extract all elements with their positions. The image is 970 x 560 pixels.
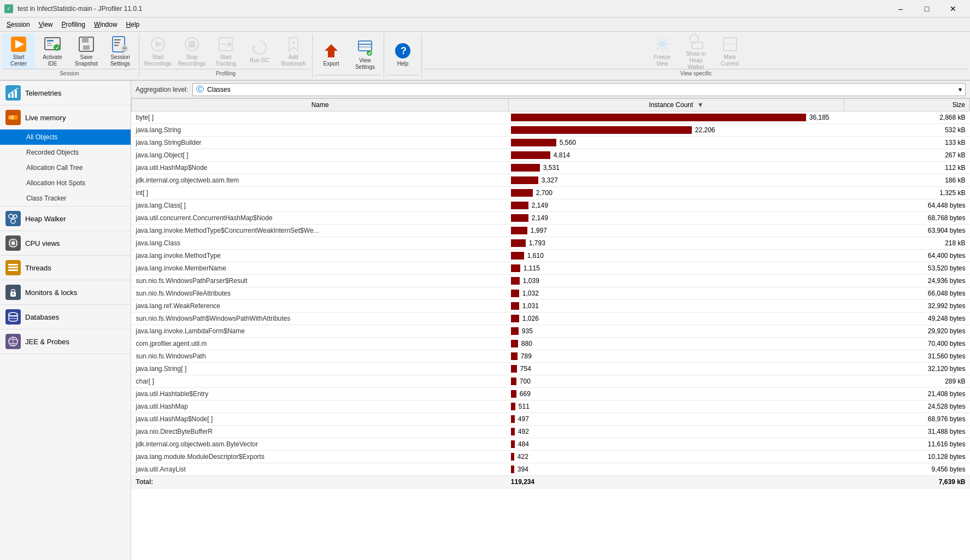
table-row[interactable]: java.lang.StringBuilder 5,560 133 kB xyxy=(132,137,970,149)
start-tracking-button[interactable]: StartTracking xyxy=(209,34,242,69)
table-row[interactable]: com.jprofiler.agent.util.m 880 70,400 by… xyxy=(132,338,970,350)
help-button[interactable]: ? Help xyxy=(386,37,419,72)
session-settings-button[interactable]: SessionSettings xyxy=(104,34,137,69)
menu-session[interactable]: Session xyxy=(2,20,34,30)
table-row[interactable]: java.lang.invoke.MethodType$ConcurrentWe… xyxy=(132,225,970,237)
sidebar-item-monitors-locks[interactable]: Monitors & locks xyxy=(0,280,131,304)
table-row[interactable]: sun.nio.fs.WindowsPath$WindowsPathWithAt… xyxy=(132,313,970,325)
add-bookmark-button[interactable]: AddBookmark xyxy=(277,34,310,69)
table-row[interactable]: java.lang.ref.WeakReference 1,031 32,992… xyxy=(132,300,970,313)
table-row[interactable]: char[ ] 700 289 kB xyxy=(132,375,970,388)
sidebar-item-live-memory[interactable]: Live memory xyxy=(0,105,131,129)
sidebar-subitem-allocation-hot-spots[interactable]: Allocation Hot Spots xyxy=(0,175,131,191)
table-row[interactable]: byte[ ] 36,185 2,868 kB xyxy=(132,111,970,124)
table-row[interactable]: java.util.HashMap$Node[ ] 497 68,976 byt… xyxy=(132,413,970,426)
maximize-button[interactable]: □ xyxy=(914,0,939,17)
sidebar-item-cpu-views[interactable]: CPU views xyxy=(0,231,131,255)
menu-profiling[interactable]: Profiling xyxy=(57,20,90,30)
stop-recordings-button[interactable]: StopRecordings xyxy=(175,34,208,69)
menu-window[interactable]: Window xyxy=(90,20,122,30)
sidebar-item-heap-walker[interactable]: Heap Walker xyxy=(0,207,131,231)
table-row[interactable]: java.lang.String[ ] 754 32,120 bytes xyxy=(132,363,970,375)
count-value: 1,115 xyxy=(524,264,540,272)
table-row[interactable]: java.lang.invoke.MethodType 1,610 64,400… xyxy=(132,250,970,262)
save-snapshot-button[interactable]: SaveSnapshot xyxy=(70,34,103,69)
table-row[interactable]: int[ ] 2,700 1,325 kB xyxy=(132,187,970,199)
table-row[interactable]: java.util.HashMap$Node 3,531 112 kB xyxy=(132,162,970,174)
table-row[interactable]: sun.nio.fs.WindowsFileAttributes 1,032 6… xyxy=(132,287,970,300)
table-row[interactable]: jdk.internal.org.objectweb.asm.Item 3,32… xyxy=(132,174,970,187)
sidebar-subitem-all-objects[interactable]: All Objects xyxy=(0,129,131,145)
menu-view[interactable]: View xyxy=(34,20,57,30)
table-row[interactable]: java.util.HashMap 511 24,528 bytes xyxy=(132,400,970,413)
toolbar: StartCenter ✓ ActivateIDE xyxy=(0,32,970,81)
table-row[interactable]: java.util.ArrayList 394 9,456 bytes xyxy=(132,463,970,476)
name-column-header[interactable]: Name xyxy=(132,99,509,111)
count-value: 2,700 xyxy=(536,189,552,197)
aggregation-select[interactable]: Ⓒ Classes ▾ xyxy=(192,83,966,96)
table-row[interactable]: java.lang.invoke.MemberName 1,115 53,520… xyxy=(132,262,970,275)
count-value: 2,149 xyxy=(532,214,548,222)
table-row[interactable]: java.util.Hashtable$Entry 669 21,408 byt… xyxy=(132,388,970,400)
show-heap-walker-button[interactable]: Show InHeap Walker xyxy=(680,34,713,69)
sidebar-item-threads[interactable]: Threads xyxy=(0,256,131,280)
mark-current-label: MarkCurrent xyxy=(721,54,739,67)
table-row[interactable]: java.nio.DirectByteBufferR 492 31,488 by… xyxy=(132,426,970,438)
table-row[interactable]: java.util.concurrent.ConcurrentHashMap$N… xyxy=(132,212,970,225)
row-name: java.util.HashMap xyxy=(132,400,509,413)
monitors-icon xyxy=(5,285,21,300)
session-settings-label: SessionSettings xyxy=(110,54,130,67)
table-row[interactable]: jdk.internal.org.objectweb.asm.ByteVecto… xyxy=(132,438,970,451)
aggregation-arrow-icon: ▾ xyxy=(959,86,962,93)
mark-current-button[interactable]: MarkCurrent xyxy=(714,34,746,69)
sidebar-item-telemetries[interactable]: Telemetries xyxy=(0,81,131,105)
table-row[interactable]: java.lang.Class[ ] 2,149 64,448 bytes xyxy=(132,199,970,212)
start-center-button[interactable]: StartCenter xyxy=(2,34,35,69)
sidebar-subitem-recorded-objects[interactable]: Recorded Objects xyxy=(0,145,131,160)
activate-ide-icon: ✓ xyxy=(44,36,61,53)
count-bar xyxy=(511,164,540,172)
objects-table: Name Instance Count ▼ Size byte[ ] 36,18… xyxy=(131,98,970,488)
sidebar-item-databases[interactable]: Databases xyxy=(0,305,131,329)
svg-marker-22 xyxy=(228,41,232,48)
threads-icon xyxy=(5,260,21,275)
table-row[interactable]: java.lang.module.ModuleDescriptor$Export… xyxy=(132,451,970,463)
close-button[interactable]: ✕ xyxy=(940,0,966,17)
row-count: 935 xyxy=(509,325,844,338)
count-value: 22,206 xyxy=(695,126,715,134)
freeze-view-button[interactable]: FreezeView xyxy=(646,34,679,69)
sidebar-subitem-class-tracker[interactable]: Class Tracker xyxy=(0,191,131,206)
count-bar xyxy=(511,327,519,335)
table-row[interactable]: sun.nio.fs.WindowsPath 789 31,560 bytes xyxy=(132,350,970,363)
live-memory-icon xyxy=(5,110,21,125)
row-size: 24,936 bytes xyxy=(844,275,969,287)
table-row[interactable]: java.lang.Class 1,793 218 kB xyxy=(132,237,970,250)
row-count: 394 xyxy=(509,463,844,476)
count-value: 700 xyxy=(520,378,531,385)
size-column-header[interactable]: Size xyxy=(844,99,969,111)
aggregation-label: Aggregation level: xyxy=(136,86,188,93)
svg-rect-12 xyxy=(114,39,121,40)
instance-count-column-header[interactable]: Instance Count ▼ xyxy=(509,99,844,111)
view-settings-button[interactable]: ViewSettings xyxy=(349,37,381,72)
sidebar-section-threads: Threads xyxy=(0,256,131,280)
sidebar-section-cpu-views: CPU views xyxy=(0,231,131,256)
row-name: java.util.HashMap$Node xyxy=(132,162,509,174)
start-recordings-button[interactable]: StartRecordings xyxy=(142,34,174,69)
table-row[interactable]: java.lang.Object[ ] 4,814 267 kB xyxy=(132,149,970,162)
table-row[interactable]: java.lang.String 22,206 532 kB xyxy=(132,124,970,137)
minimize-button[interactable]: – xyxy=(888,0,913,17)
export-button[interactable]: Export xyxy=(315,37,348,72)
run-gc-button[interactable]: Run GC xyxy=(243,34,276,69)
menu-help[interactable]: Help xyxy=(122,20,144,30)
sidebar-item-jee-probes[interactable]: JEE & Probes xyxy=(0,329,131,353)
table-row[interactable]: sun.nio.fs.WindowsPathParser$Result 1,03… xyxy=(132,275,970,287)
table-row[interactable]: java.lang.invoke.LambdaForm$Name 935 29,… xyxy=(132,325,970,338)
row-count: 754 xyxy=(509,363,844,375)
export-label: Export xyxy=(324,61,339,67)
sidebar-subitem-allocation-call-tree[interactable]: Allocation Call Tree xyxy=(0,160,131,175)
activate-ide-button[interactable]: ✓ ActivateIDE xyxy=(36,34,69,69)
count-bar xyxy=(511,415,515,423)
main-layout: Telemetries Live memory All Objects Reco… xyxy=(0,81,970,560)
row-count: 1,026 xyxy=(509,313,844,325)
